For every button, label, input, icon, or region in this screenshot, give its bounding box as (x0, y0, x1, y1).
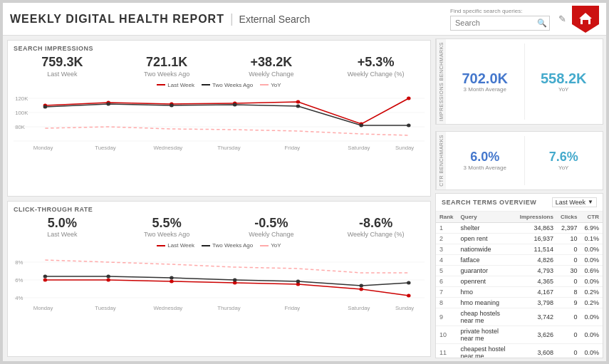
content-area: SEARCH IMPRESSIONS 759.3K Last Week 721.… (3, 36, 606, 361)
svg-text:Monday: Monday (33, 145, 53, 151)
search-input-row[interactable]: 🔍 (450, 16, 550, 31)
legend-black-dot (202, 84, 210, 85)
stat-two-weeks: 721.1K Two Weeks Ago (118, 55, 216, 78)
table-wrapper[interactable]: Rank Query Impressions Clicks CTR 1 shel… (436, 212, 603, 358)
cell-clicks: 9 (557, 297, 581, 308)
cell-rank: 9 (436, 308, 457, 326)
cell-ctr: 0.0% (581, 343, 603, 358)
search-terms-header: SEARCH TERMS OVERVIEW Last Week ▼ (436, 194, 603, 212)
impressions-last-week-label: Last Week (47, 71, 77, 78)
search-icon: 🔍 (537, 19, 547, 28)
svg-point-16 (407, 96, 411, 100)
svg-point-44 (43, 275, 48, 279)
ctr-legend-red (157, 245, 165, 246)
cell-clicks: 0 (557, 343, 581, 358)
cell-impressions: 3,742 (516, 308, 557, 326)
cell-clicks: 0 (557, 254, 581, 265)
cell-ctr: 6.9% (581, 222, 603, 233)
search-terms-section: SEARCH TERMS OVERVIEW Last Week ▼ Rank Q… (435, 193, 603, 358)
cell-rank: 1 (436, 222, 457, 233)
cell-rank: 3 (436, 244, 457, 254)
svg-point-21 (296, 104, 301, 108)
search-hint: Find specific search queries: (450, 8, 550, 14)
search-wrapper: Find specific search queries: 🔍 (450, 8, 550, 31)
svg-point-46 (170, 276, 174, 280)
svg-text:Tuesday: Tuesday (95, 145, 116, 151)
svg-point-42 (359, 288, 363, 291)
svg-point-45 (106, 275, 110, 279)
svg-point-39 (170, 280, 174, 284)
cell-query: guarantor (457, 265, 516, 276)
cell-impressions: 3,798 (516, 297, 557, 308)
ctr-legend-two-weeks: Two Weeks Ago (202, 242, 253, 249)
svg-text:6%: 6% (15, 277, 24, 284)
impressions-yoy-value: 558.2K (541, 71, 587, 86)
table-row: 10 private hostel near me 3,626 0 0.0% (436, 326, 603, 343)
pencil-icon[interactable]: ✎ (558, 14, 566, 24)
cell-impressions: 4,793 (516, 265, 557, 276)
search-terms-table: Rank Query Impressions Clicks CTR 1 shel… (436, 212, 603, 358)
col-query: Query (457, 212, 516, 223)
svg-point-38 (106, 279, 110, 282)
table-row: 3 nationwide 11,514 0 0.0% (436, 244, 603, 254)
ctr-two-weeks-label: Two Weeks Ago (144, 231, 189, 238)
search-input[interactable] (455, 19, 537, 27)
chevron-down-icon: ▼ (588, 199, 593, 205)
table-row: 5 guarantor 4,793 30 0.6% (436, 265, 603, 276)
impressions-benchmark-stats: 702.0K 3 Month Average 558.2K YoY (446, 39, 603, 124)
period-selector[interactable]: Last Week ▼ (552, 197, 597, 207)
svg-point-19 (170, 103, 174, 107)
svg-text:Saturday: Saturday (348, 305, 370, 311)
ctr-benchmark-label: CTR BENCHMARKS (436, 132, 446, 189)
table-row: 8 hmo meaning 3,798 9 0.2% (436, 297, 603, 308)
impressions-stats-row: 759.3K Last Week 721.1K Two Weeks Ago +3… (14, 55, 425, 78)
impressions-avg-value: 702.0K (462, 71, 509, 86)
ctr-change-pct-label: Weekly Change (%) (348, 231, 405, 238)
svg-rect-2 (583, 20, 588, 24)
impressions-title: SEARCH IMPRESSIONS (14, 45, 425, 52)
svg-text:4%: 4% (15, 295, 24, 301)
table-row: 4 fatface 4,826 0 0.0% (436, 254, 603, 265)
col-rank: Rank (436, 212, 457, 223)
cell-rank: 11 (436, 343, 457, 358)
cell-query: cheapest hostel near me (457, 343, 516, 358)
cell-impressions: 4,365 (516, 276, 557, 286)
svg-text:100K: 100K (15, 110, 28, 116)
legend-two-weeks: Two Weeks Ago (202, 82, 253, 88)
legend-yoy: YoY (260, 82, 281, 88)
cell-query: shelter (457, 222, 516, 233)
impressions-section: SEARCH IMPRESSIONS 759.3K Last Week 721.… (7, 40, 431, 197)
impressions-two-weeks-label: Two Weeks Ago (144, 71, 189, 78)
cell-clicks: 0 (557, 326, 581, 343)
svg-point-47 (233, 279, 237, 282)
cell-rank: 5 (436, 265, 457, 276)
svg-point-23 (407, 123, 411, 127)
svg-text:Friday: Friday (285, 145, 301, 151)
left-panel: SEARCH IMPRESSIONS 759.3K Last Week 721.… (3, 36, 435, 361)
table-row: 6 openrent 4,365 0 0.0% (436, 276, 603, 286)
cell-ctr: 0.6% (581, 265, 603, 276)
table-row: 11 cheapest hostel near me 3,608 0 0.0% (436, 343, 603, 358)
legend-last-week: Last Week (157, 82, 194, 88)
outer-border: WEEKLY DIGITAL HEALTH REPORT | External … (0, 0, 609, 364)
table-row: 2 open rent 16,937 10 0.1% (436, 233, 603, 244)
cell-ctr: 0.1% (581, 233, 603, 244)
ctr-two-weeks: 5.5% Two Weeks Ago (118, 216, 216, 239)
ctr-stats-row: 5.0% Last Week 5.5% Two Weeks Ago -0.5% … (14, 216, 425, 239)
cell-query: hmo (457, 286, 516, 297)
ctr-two-weeks-value: 5.5% (152, 216, 182, 232)
col-impressions: Impressions (516, 212, 557, 223)
impressions-benchmarks: IMPRESSIONS BENCHMARKS 702.0K 3 Month Av… (435, 38, 603, 125)
cell-ctr: 0.0% (581, 244, 603, 254)
svg-text:Thursday: Thursday (217, 145, 241, 151)
cell-impressions: 4,826 (516, 254, 557, 265)
cell-ctr: 0.0% (581, 326, 603, 343)
impressions-last-week-value: 759.3K (41, 55, 83, 71)
ctr-last-week-value: 5.0% (48, 216, 77, 232)
col-ctr: CTR (581, 212, 603, 223)
svg-text:8%: 8% (15, 259, 24, 266)
ctr-weekly-change-pct: -8.6% Weekly Change (%) (327, 216, 425, 239)
separator: | (230, 11, 234, 26)
search-terms-title: SEARCH TERMS OVERVIEW (442, 199, 536, 206)
cell-query: openrent (457, 276, 516, 286)
